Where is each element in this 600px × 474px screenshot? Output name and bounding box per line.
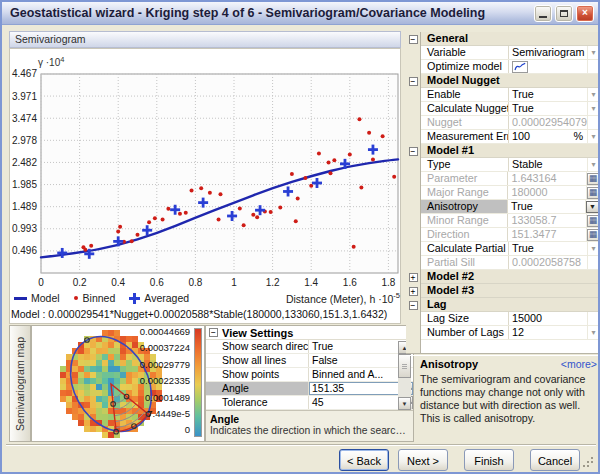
property-label: Major Range [421,186,508,199]
y-tick-label: 0.496 [12,245,37,256]
property-value[interactable] [509,60,587,73]
x-tick-label: 0.8 [188,277,202,288]
property-value[interactable]: Stable [509,158,587,171]
semivariogram-map-tab[interactable]: Semivariogram map [9,325,31,442]
binned-point [178,212,182,216]
dropdown-arrow-icon[interactable]: ▾ [591,104,595,113]
collapse-icon[interactable]: − [409,77,418,86]
property-value: 180000 [508,186,586,199]
property-value: 1.643164 [508,172,586,185]
collapse-icon[interactable]: − [409,35,418,44]
category-row[interactable]: Model #1 [421,144,599,158]
property-row: Direction151.3477▦ [421,228,599,242]
resize-grip[interactable] [591,465,593,467]
binned-point [255,215,259,219]
category-row[interactable]: Lag [421,298,599,312]
property-grid: GeneralVariableSemivariogram▾Optimize mo… [420,32,599,354]
semivariogram-map-tab-label: Semivariogram map [14,337,26,431]
y-tick-label: 3.474 [12,113,37,124]
legend-model: Model [14,292,60,304]
y-tick-label: 4.467 [12,68,37,79]
chart-legend: Model Binned Averaged Distance (Meter), … [14,291,400,305]
binned-point [89,244,93,248]
dropdown-button[interactable]: ▼ [586,201,599,213]
binned-dot-icon [74,296,78,300]
dropdown-arrow-icon[interactable]: ▾ [591,244,595,253]
dropdown-arrow-icon[interactable]: ▾ [591,132,595,141]
binned-point [278,206,282,210]
category-row[interactable]: Model #2 [421,270,599,284]
expand-icon[interactable]: + [409,273,418,282]
back-button[interactable]: < Back [339,449,389,471]
category-row[interactable]: Model #3 [421,284,599,298]
property-row: Partial Sill0.0002058758 [421,256,599,270]
scale-value: 0.00044669 [120,326,190,337]
window-titlebar[interactable]: Geostatistical wizard - Kriging step 4 o… [2,2,598,25]
dropdown-arrow-icon[interactable]: ▾ [591,328,595,337]
binned-point [184,211,188,215]
optimize-model-button[interactable] [512,61,528,73]
property-row: Number of Lags12▾ [421,326,599,340]
view-settings-header[interactable]: −View Settings [206,326,413,340]
legend-binned: Binned [74,292,116,304]
dropdown-arrow-icon[interactable]: ▾ [591,48,595,57]
collapse-icon[interactable]: − [409,147,418,156]
property-grid-gutter: −−−++− [406,32,420,354]
property-label: Partial Sill [421,256,509,269]
calculator-icon[interactable]: ▦ [587,215,599,227]
finish-button[interactable]: Finish [464,449,514,471]
legend-averaged: Averaged [129,292,189,304]
property-label: Direction [421,228,508,241]
collapse-icon[interactable]: − [209,328,218,337]
property-row: EnableTrue▾ [421,88,599,102]
view-settings-row: Tolerance45▲▼ [206,396,413,410]
calculator-icon[interactable]: ▦ [587,173,599,185]
minimize-button[interactable] [534,5,552,22]
scroll-down-icon[interactable]: ▼ [398,397,411,410]
semivariogram-chart: 0.4960.9931.4891.9852.4822.9783.4743.971… [9,52,401,290]
scrollbar-thumb[interactable] [398,354,411,378]
view-settings-row: Show all linesFalse▼ [206,354,413,368]
property-label: Anisotropy [421,200,508,213]
calculator-icon[interactable]: ▦ [587,187,599,199]
expand-icon[interactable]: + [409,287,418,296]
category-row[interactable]: General [421,32,599,46]
scale-value: 0.0001489 [120,392,190,403]
property-value[interactable]: True [509,242,587,255]
property-value[interactable]: True [509,88,587,101]
property-value: 0.0002058758 [509,256,587,269]
property-value[interactable]: 15000 [509,312,587,325]
cancel-button[interactable]: Cancel [530,449,580,471]
semivariogram-map: 0.000446690.000372240.000297790.00022335… [31,325,205,442]
setting-label: Show all lines [206,354,309,367]
dropdown-arrow-icon[interactable]: ▾ [591,160,595,169]
next-button[interactable]: Next > [398,449,448,471]
minimize-icon [539,16,547,18]
button-bar-separator [6,444,596,446]
binned-point [269,210,273,214]
property-value[interactable]: 100% [509,130,587,143]
calculator-icon[interactable]: ▦ [587,229,599,241]
y-tick-label: 3.971 [12,91,37,102]
close-button[interactable]: × [576,5,594,22]
property-value[interactable]: True [509,102,587,115]
view-settings-row: Show search directionTrue▼ [206,340,413,354]
property-label: Parameter [421,172,508,185]
more-link[interactable]: <more> [561,358,597,370]
property-value[interactable]: Semivariogram [509,46,587,59]
property-value[interactable]: 12 [509,326,587,339]
view-settings-row: Angle151.35▲▼ [206,382,413,396]
help-panel-divider [406,353,599,356]
binned-point [251,213,255,217]
property-row: Nugget0.00002954079 [421,116,599,130]
property-value[interactable]: True [508,200,585,213]
maximize-button[interactable] [555,5,573,22]
binned-point [348,152,352,156]
x-tick-label: 0.4 [111,277,125,288]
binned-point [218,192,222,196]
category-row[interactable]: Model Nugget [421,74,599,88]
dropdown-arrow-icon[interactable]: ▾ [591,90,595,99]
property-value: 151.3477 [508,228,586,241]
view-settings-panel: −View SettingsShow search directionTrue▼… [205,325,414,442]
collapse-icon[interactable]: − [409,301,418,310]
